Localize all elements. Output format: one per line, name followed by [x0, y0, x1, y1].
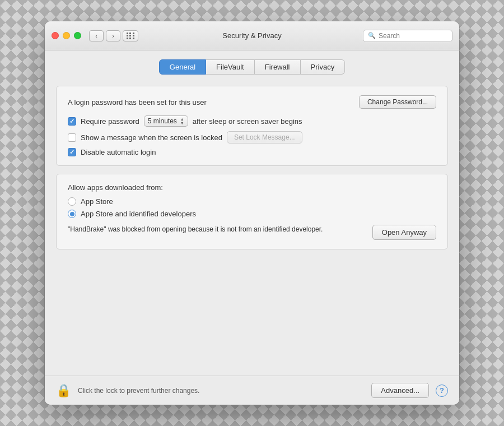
- require-password-checkbox[interactable]: [68, 117, 76, 126]
- app-store-identified-radio-row: App Store and identified developers: [68, 210, 436, 218]
- main-window: ‹ › Security & Privacy 🔍 General FileVau…: [45, 21, 459, 405]
- app-store-identified-radio[interactable]: [68, 210, 76, 218]
- tab-privacy[interactable]: Privacy: [301, 59, 346, 75]
- search-icon: 🔍: [368, 32, 376, 39]
- maximize-button[interactable]: [74, 32, 81, 39]
- disable-login-label: Disable automatic login: [81, 148, 156, 156]
- allow-apps-title: Allow apps downloaded from:: [68, 183, 436, 192]
- content-area: General FileVault Firewall Privacy A log…: [45, 50, 459, 376]
- dropdown-arrows-icon: ▲ ▼: [180, 117, 184, 125]
- allow-apps-section: Allow apps downloaded from: App Store Ap…: [56, 174, 448, 249]
- show-message-checkbox[interactable]: [68, 133, 76, 142]
- require-password-row: Require password 5 minutes ▲ ▼ after sle…: [68, 115, 436, 127]
- set-lock-message-button[interactable]: Set Lock Message...: [227, 131, 302, 143]
- password-timeout-dropdown[interactable]: 5 minutes ▲ ▼: [144, 115, 188, 127]
- close-button[interactable]: [52, 32, 59, 39]
- grid-icon: [127, 33, 135, 39]
- advanced-button[interactable]: Advanced...: [371, 383, 429, 398]
- login-section: A login password has been set for this u…: [56, 86, 448, 166]
- help-button[interactable]: ?: [436, 385, 448, 397]
- chevron-left-icon: ‹: [95, 33, 97, 39]
- tab-firewall[interactable]: Firewall: [255, 59, 301, 75]
- change-password-button[interactable]: Change Password...: [359, 95, 436, 109]
- require-password-label: Require password: [81, 117, 139, 126]
- search-box[interactable]: 🔍: [363, 30, 452, 42]
- open-anyway-button[interactable]: Open Anyway: [372, 225, 436, 240]
- forward-button[interactable]: ›: [106, 30, 120, 41]
- grid-view-button[interactable]: [123, 30, 138, 41]
- dropdown-value: 5 minutes: [148, 117, 177, 125]
- blocked-app-text: "HandBrake" was blocked from opening bec…: [68, 225, 366, 234]
- minimize-button[interactable]: [63, 32, 70, 39]
- app-store-identified-label: App Store and identified developers: [81, 210, 196, 218]
- bottom-bar: 🔒 Click the lock to prevent further chan…: [45, 376, 459, 405]
- app-store-label: App Store: [81, 197, 113, 206]
- chevron-right-icon: ›: [112, 33, 114, 39]
- require-password-suffix: after sleep or screen saver begins: [193, 117, 302, 126]
- app-store-radio-row: App Store: [68, 197, 436, 206]
- lock-status-text: Click the lock to prevent further change…: [78, 387, 365, 395]
- tab-general[interactable]: General: [159, 59, 206, 75]
- blocked-app-row: "HandBrake" was blocked from opening bec…: [68, 225, 436, 240]
- tab-filevault[interactable]: FileVault: [206, 59, 255, 75]
- lock-icon[interactable]: 🔒: [56, 383, 71, 398]
- show-message-label: Show a message when the screen is locked: [81, 133, 222, 142]
- app-store-radio[interactable]: [68, 197, 76, 206]
- search-input[interactable]: [379, 32, 446, 40]
- nav-buttons: ‹ ›: [89, 30, 120, 41]
- disable-login-row: Disable automatic login: [68, 148, 436, 156]
- traffic-lights: [52, 32, 81, 39]
- tab-bar: General FileVault Firewall Privacy: [56, 59, 448, 75]
- show-message-row: Show a message when the screen is locked…: [68, 131, 436, 143]
- disable-login-checkbox[interactable]: [68, 148, 76, 156]
- back-button[interactable]: ‹: [89, 30, 104, 41]
- window-title: Security & Privacy: [222, 31, 281, 40]
- title-bar: ‹ › Security & Privacy 🔍: [45, 21, 459, 50]
- login-password-row: A login password has been set for this u…: [68, 95, 436, 109]
- login-password-text: A login password has been set for this u…: [68, 98, 207, 106]
